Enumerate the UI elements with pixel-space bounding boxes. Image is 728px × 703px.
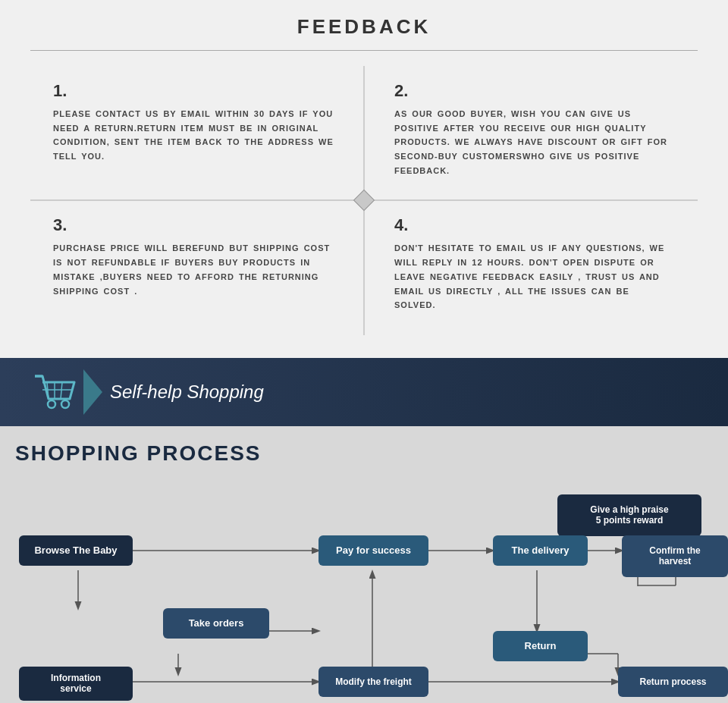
svg-point-5 xyxy=(61,400,69,408)
node-return-process: Return process xyxy=(618,667,728,697)
node-praise: Give a high praise5 points reward xyxy=(557,494,701,536)
feedback-divider xyxy=(30,50,698,51)
node-pay: Pay for success xyxy=(318,535,428,566)
node-return-label: Return xyxy=(525,640,557,651)
cart-icon-wrap xyxy=(23,366,83,419)
feedback-grid: 1. PLEASE CONTACT US BY EMAIL WITHIN 30 … xyxy=(30,66,698,335)
process-section-title: SHOPPING PROCESS xyxy=(15,441,717,466)
node-info-label: Informationservice xyxy=(51,673,101,694)
node-browse: Browse The Baby xyxy=(19,535,133,566)
feedback-item-4: 4. DON'T HESITATE TO EMAIL US IF ANY QUE… xyxy=(364,200,698,334)
feedback-text-3: PURCHASE PRICE WILL BEREFUND BUT SHIPPIN… xyxy=(53,241,341,298)
feedback-text-1: PLEASE CONTACT US BY EMAIL WITHIN 30 DAY… xyxy=(53,107,341,164)
node-modify-label: Modify the freight xyxy=(335,676,412,687)
node-return: Return xyxy=(493,631,588,661)
cart-icon xyxy=(29,370,78,414)
feedback-number-2: 2. xyxy=(394,81,675,101)
feedback-text-2: AS OUR GOOD BUYER, WISH YOU CAN GIVE US … xyxy=(394,107,675,177)
node-browse-label: Browse The Baby xyxy=(34,545,117,556)
feedback-number-3: 3. xyxy=(53,215,341,235)
node-praise-label: Give a high praise5 points reward xyxy=(590,504,668,526)
node-info: Informationservice xyxy=(19,667,133,701)
node-confirm: Confirm theharvest xyxy=(622,535,728,577)
process-section: SHOPPING PROCESS xyxy=(0,426,728,703)
feedback-title: FEEDBACK xyxy=(30,15,698,39)
feedback-number-4: 4. xyxy=(394,215,675,235)
feedback-item-3: 3. PURCHASE PRICE WILL BEREFUND BUT SHIP… xyxy=(30,200,364,334)
node-delivery: The delivery xyxy=(493,535,588,566)
node-confirm-label: Confirm theharvest xyxy=(649,545,700,566)
banner-title: Self-help Shopping xyxy=(110,381,264,403)
node-delivery-label: The delivery xyxy=(512,545,570,556)
feedback-section: FEEDBACK 1. PLEASE CONTACT US BY EMAIL W… xyxy=(0,0,728,358)
feedback-item-1: 1. PLEASE CONTACT US BY EMAIL WITHIN 30 … xyxy=(30,66,364,200)
feedback-number-1: 1. xyxy=(53,81,341,101)
node-pay-label: Pay for success xyxy=(336,545,411,556)
feedback-text-4: DON'T HESITATE TO EMAIL US IF ANY QUESTI… xyxy=(394,241,675,312)
svg-point-4 xyxy=(48,400,55,408)
banner-arrow-icon xyxy=(83,369,102,415)
node-modify: Modify the freight xyxy=(318,667,428,697)
svg-line-2 xyxy=(61,382,62,399)
node-take-orders: Take orders xyxy=(163,608,269,639)
shopping-banner: Self-help Shopping xyxy=(0,358,728,426)
node-take-orders-label: Take orders xyxy=(189,617,244,629)
flow-diagram: Give a high praise5 points reward Browse… xyxy=(11,488,717,703)
feedback-item-2: 2. AS OUR GOOD BUYER, WISH YOU CAN GIVE … xyxy=(364,66,698,200)
node-return-process-label: Return process xyxy=(639,676,706,687)
